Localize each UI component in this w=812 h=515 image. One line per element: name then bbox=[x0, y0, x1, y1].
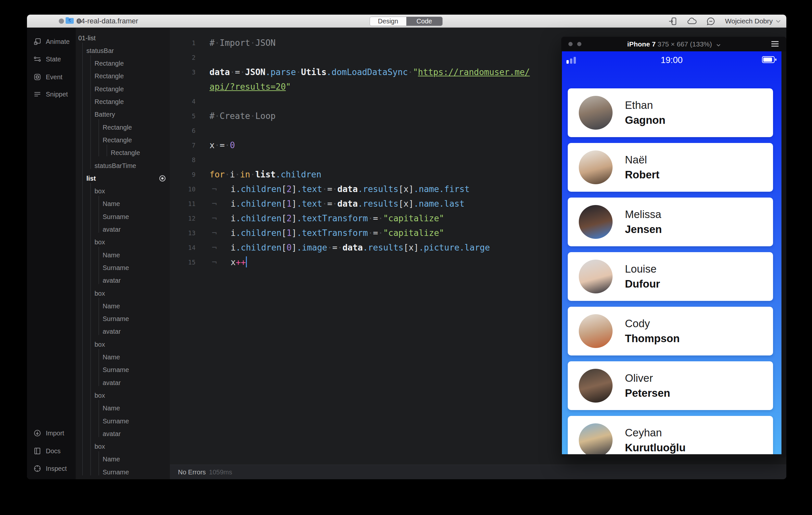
layer-label: statusBar bbox=[76, 47, 114, 55]
layer-row-battery[interactable]: Battery bbox=[76, 108, 170, 121]
layers-panel: 01-liststatusBarRectangleRectangleRectan… bbox=[76, 28, 170, 479]
contact-card[interactable]: CodyThompson bbox=[568, 307, 773, 355]
layer-label: Surname bbox=[76, 468, 129, 476]
account-menu[interactable]: Wojciech Dobry bbox=[725, 17, 781, 25]
layer-row-surname[interactable]: Surname bbox=[76, 364, 170, 377]
layer-row-name[interactable]: Name bbox=[76, 249, 170, 262]
contact-first-name: Oliver bbox=[625, 372, 653, 384]
layer-row-name[interactable]: Name bbox=[76, 351, 170, 364]
layer-row-avatar[interactable]: avatar bbox=[76, 325, 170, 338]
contact-last-name: Robert bbox=[625, 169, 659, 181]
contact-last-name: Jensen bbox=[625, 223, 662, 235]
layer-row-surname[interactable]: Surname bbox=[76, 210, 170, 223]
line-number: 6 bbox=[170, 123, 196, 138]
code-text bbox=[196, 94, 209, 109]
layer-row-surname[interactable]: Surname bbox=[76, 261, 170, 274]
layer-row-rectangle[interactable]: Rectangle bbox=[76, 57, 170, 70]
contact-card[interactable]: EthanGagnon bbox=[568, 88, 773, 137]
cloud-icon[interactable] bbox=[687, 17, 697, 25]
sidebar-item-event[interactable]: Event bbox=[33, 72, 62, 82]
battery-icon bbox=[762, 56, 777, 63]
line-number: 15 bbox=[170, 255, 196, 270]
code-text: for·i·in·list.children bbox=[196, 167, 321, 182]
layer-row-surname[interactable]: Surname bbox=[76, 466, 170, 479]
layer-label: box bbox=[76, 238, 105, 246]
phone-viewport: 19:00 EthanGagnonNaëlRobertMelissaJensen… bbox=[562, 51, 781, 454]
avatar bbox=[579, 205, 613, 239]
code-text: ¬i.children[1].text·=·data.results[x].na… bbox=[196, 197, 464, 211]
sidebar-item-animate[interactable]: Animate bbox=[33, 37, 69, 47]
layer-label: Rectangle bbox=[76, 60, 124, 67]
layer-row-rectangle[interactable]: Rectangle bbox=[76, 70, 170, 83]
contact-card[interactable]: NaëlRobert bbox=[568, 143, 773, 192]
contact-last-name: Dufour bbox=[625, 278, 660, 290]
layer-label: avatar bbox=[76, 379, 121, 387]
snippet-icon bbox=[33, 90, 41, 98]
document-title: 04-real-data.framer bbox=[65, 15, 138, 28]
layer-row-box[interactable]: box bbox=[76, 338, 170, 351]
mode-switcher: Design Code bbox=[370, 17, 443, 26]
layer-row-avatar[interactable]: avatar bbox=[76, 427, 170, 440]
preview-header[interactable]: iPhone 7 375 × 667 (133%) bbox=[561, 37, 786, 51]
line-number: 8 bbox=[170, 153, 196, 167]
contact-last-name: Kurutluoğlu bbox=[625, 441, 686, 454]
chat-icon[interactable] bbox=[706, 17, 715, 26]
layer-row-rectangle[interactable]: Rectangle bbox=[76, 134, 170, 146]
layer-row-statusbartime[interactable]: statusBarTime bbox=[76, 159, 170, 172]
code-text bbox=[196, 123, 209, 138]
layer-row-01-list[interactable]: 01-list bbox=[76, 31, 170, 45]
layer-row-box[interactable]: box bbox=[76, 440, 170, 453]
sidebar-item-inspect[interactable]: Inspect bbox=[33, 464, 66, 474]
preview-target-icon[interactable] bbox=[159, 175, 166, 182]
editor-status-bar: No Errors 1059ms bbox=[170, 465, 786, 479]
layer-row-box[interactable]: box bbox=[76, 389, 170, 402]
chevron-down-icon bbox=[776, 20, 781, 23]
hamburger-menu-icon[interactable] bbox=[771, 40, 779, 47]
contact-card[interactable]: OliverPetersen bbox=[568, 361, 773, 410]
chevron-down-icon bbox=[717, 44, 720, 47]
layer-label: Surname bbox=[76, 315, 129, 323]
contact-card[interactable]: LouiseDufour bbox=[568, 252, 773, 301]
sidebar-item-docs[interactable]: Docs bbox=[33, 446, 61, 456]
document-title-text: 04-real-data.framer bbox=[77, 17, 138, 25]
layer-row-rectangle[interactable]: Rectangle bbox=[76, 146, 170, 160]
layer-row-name[interactable]: Name bbox=[76, 198, 170, 210]
layer-row-surname[interactable]: Surname bbox=[76, 313, 170, 325]
code-text bbox=[196, 50, 209, 65]
layer-row-avatar[interactable]: avatar bbox=[76, 223, 170, 236]
layer-row-box[interactable]: box bbox=[76, 236, 170, 249]
layer-row-rectangle[interactable]: Rectangle bbox=[76, 121, 170, 134]
layer-row-rectangle[interactable]: Rectangle bbox=[76, 83, 170, 95]
tab-code[interactable]: Code bbox=[406, 17, 443, 26]
tab-design[interactable]: Design bbox=[370, 17, 406, 26]
close-button[interactable] bbox=[59, 19, 64, 24]
sidebar-item-state[interactable]: State bbox=[33, 54, 61, 64]
layer-row-rectangle[interactable]: Rectangle bbox=[76, 95, 170, 109]
layer-row-name[interactable]: Name bbox=[76, 453, 170, 466]
layer-row-avatar[interactable]: avatar bbox=[76, 376, 170, 389]
layer-label: Surname bbox=[76, 264, 129, 271]
sidebar-item-snippet[interactable]: Snippet bbox=[33, 89, 68, 99]
code-text: ¬i.children[0].image·=·data.results[x].p… bbox=[196, 240, 490, 255]
layer-row-surname[interactable]: Surname bbox=[76, 414, 170, 428]
layer-label: Name bbox=[76, 252, 120, 259]
contact-card[interactable]: MelissaJensen bbox=[568, 198, 773, 246]
layer-row-box[interactable]: box bbox=[76, 185, 170, 198]
contact-card[interactable]: CeyhanKurutluoğlu bbox=[568, 416, 773, 454]
preview-device-selector[interactable]: iPhone 7 375 × 667 (133%) bbox=[561, 40, 786, 48]
layer-row-avatar[interactable]: avatar bbox=[76, 274, 170, 287]
no-errors-label: No Errors bbox=[178, 468, 206, 476]
sidebar-item-label: State bbox=[46, 56, 61, 63]
sidebar-item-import[interactable]: Import bbox=[33, 428, 64, 438]
line-number: 9 bbox=[170, 167, 196, 182]
phone-status-bar: 19:00 bbox=[562, 51, 781, 68]
device-preview-icon[interactable] bbox=[668, 17, 677, 26]
layer-row-list[interactable]: list bbox=[76, 172, 170, 185]
layer-row-name[interactable]: Name bbox=[76, 299, 170, 313]
layer-row-statusbar[interactable]: statusBar bbox=[76, 44, 170, 57]
tool-sidebar: Animate State Event Snipp bbox=[27, 28, 76, 479]
layer-label: Rectangle bbox=[76, 98, 124, 106]
layer-row-name[interactable]: Name bbox=[76, 402, 170, 415]
layer-row-box[interactable]: box bbox=[76, 287, 170, 300]
contact-first-name: Ethan bbox=[625, 99, 653, 111]
